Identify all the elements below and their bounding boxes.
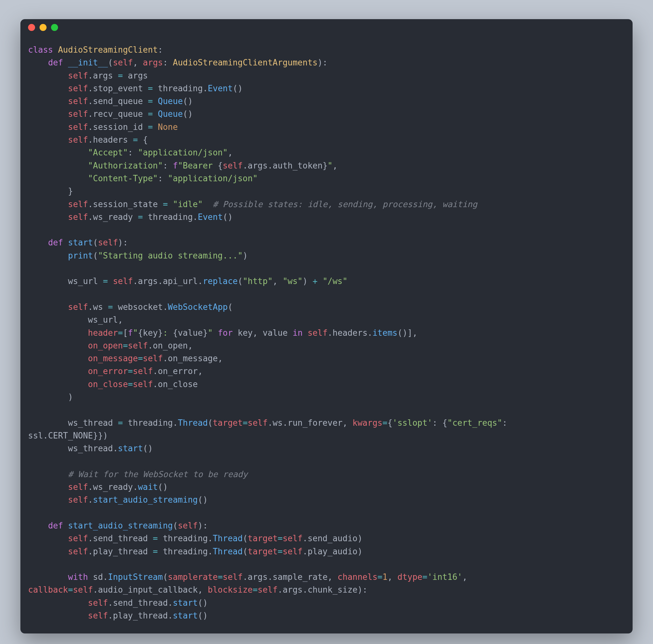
code-token: . — [88, 122, 93, 132]
code-token: self — [68, 109, 88, 119]
code-token: ) — [358, 534, 363, 543]
code-token: self — [68, 547, 88, 556]
code-token: self — [68, 482, 88, 492]
code-token: ws_thread — [68, 443, 113, 453]
close-icon[interactable] — [28, 24, 35, 31]
code-token: () — [143, 443, 153, 453]
code-token: Event — [198, 212, 222, 222]
code-token: "/ws" — [323, 276, 347, 286]
code-token: "Accept" — [88, 148, 128, 157]
code-token: recv_queue — [93, 109, 143, 119]
code-token: . — [113, 443, 118, 453]
code-token: , — [118, 315, 123, 325]
zoom-icon[interactable] — [51, 24, 58, 31]
code-token — [143, 122, 148, 132]
code-token: . — [88, 96, 93, 106]
code-token: = — [138, 212, 143, 222]
code-token: . — [133, 276, 138, 286]
code-token: ( — [108, 58, 113, 67]
titlebar — [20, 19, 633, 36]
code-token — [153, 96, 158, 106]
code-token: self — [68, 200, 88, 209]
code-token — [28, 353, 88, 363]
code-token: + — [312, 276, 318, 286]
code-token — [108, 276, 113, 286]
code-token — [318, 276, 323, 286]
code-token — [233, 328, 238, 338]
code-token: = — [118, 328, 123, 338]
code-token — [28, 443, 68, 453]
code-token: def — [48, 238, 63, 247]
code-token: . — [303, 585, 308, 595]
code-token — [63, 238, 68, 247]
code-token: InputStream — [108, 572, 163, 582]
code-token: args — [128, 71, 148, 80]
code-token: . — [88, 200, 93, 209]
code-token: = — [118, 418, 123, 428]
code-token: : — [128, 148, 138, 157]
code-token: ()], — [397, 328, 418, 338]
code-token: channels — [338, 572, 378, 582]
code-token: . — [368, 328, 373, 338]
code-token: . — [88, 109, 93, 119]
code-token: } — [28, 186, 73, 196]
code-token — [28, 482, 68, 492]
code-token: args — [283, 585, 303, 595]
code-token: Thread — [178, 418, 208, 428]
code-token: self — [68, 122, 88, 132]
code-token: self — [68, 495, 88, 505]
code-token: . — [88, 302, 93, 312]
code-token: WebSocketApp — [168, 302, 228, 312]
code-token: . — [88, 135, 93, 144]
code-token: target — [248, 534, 278, 543]
code-token — [203, 200, 213, 209]
code-token: for — [218, 328, 233, 338]
code-token: kwargs — [353, 418, 383, 428]
code-token: AudioStreamingClientArguments — [173, 58, 318, 67]
code-token: ): — [118, 238, 128, 247]
code-token — [28, 341, 88, 350]
code-token: ) — [358, 547, 363, 556]
code-token: : — [158, 174, 168, 183]
code-token: ( — [208, 418, 213, 428]
code-token: : — [163, 161, 173, 170]
code-editor[interactable]: class AudioStreamingClient: def __init__… — [20, 36, 633, 634]
code-token: . — [93, 585, 98, 595]
code-token: = — [252, 585, 258, 595]
code-token: self — [178, 521, 198, 530]
code-token: wait — [138, 482, 158, 492]
code-token — [98, 276, 103, 286]
code-token — [28, 251, 68, 260]
code-token: args — [248, 161, 268, 170]
minimize-icon[interactable] — [40, 24, 47, 31]
code-token — [88, 572, 93, 582]
code-token: , — [342, 418, 352, 428]
code-token: . — [163, 302, 168, 312]
code-token — [158, 547, 163, 556]
code-token: api_url — [163, 276, 198, 286]
code-token: : { — [432, 418, 448, 428]
code-token: : — [163, 58, 173, 67]
code-token: { — [173, 328, 178, 338]
code-token: . — [133, 482, 138, 492]
code-token — [28, 122, 68, 132]
code-token: . — [283, 418, 288, 428]
code-token: start — [68, 238, 93, 247]
code-token: # Wait for the WebSocket to be ready — [68, 469, 248, 479]
code-token: threading — [163, 547, 208, 556]
code-token: threading — [128, 418, 173, 428]
code-token: on_close — [88, 380, 128, 389]
code-token — [28, 469, 68, 479]
code-token: print — [68, 251, 93, 260]
code-token: start — [118, 443, 143, 453]
code-token: , — [333, 161, 338, 170]
code-token: self — [68, 212, 88, 222]
code-token — [63, 521, 68, 530]
code-token: websocket — [118, 302, 163, 312]
code-token — [28, 380, 88, 389]
code-token: ( — [93, 251, 98, 260]
code-token — [213, 328, 218, 338]
code-token: () — [183, 96, 193, 106]
code-token: ( — [243, 547, 248, 556]
code-token: = — [422, 572, 428, 582]
